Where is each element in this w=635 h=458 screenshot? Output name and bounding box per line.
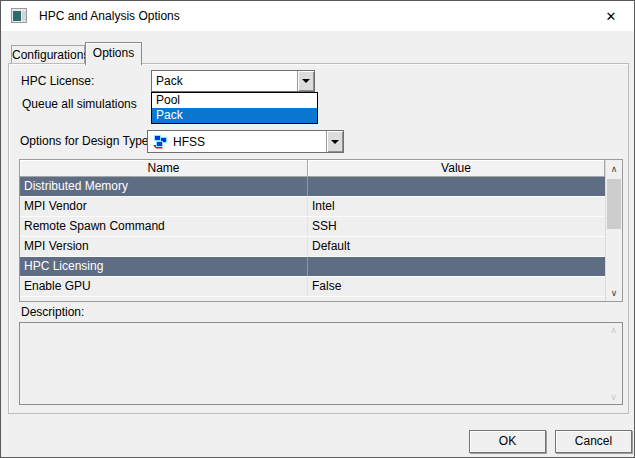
app-icon — [11, 8, 27, 23]
description-label: Description: — [21, 305, 84, 319]
row-value-cell[interactable]: False — [308, 277, 605, 296]
row-name-cell[interactable]: MPI Vendor — [20, 197, 308, 216]
window-title: HPC and Analysis Options — [39, 9, 180, 23]
row-value-cell[interactable]: SSH — [308, 217, 605, 236]
tab-options[interactable]: Options — [85, 42, 142, 65]
grid-scrollbar[interactable]: ∧ ∨ — [605, 160, 622, 301]
hfss-icon — [152, 134, 169, 150]
description-box[interactable]: ∧ ∨ — [19, 322, 623, 405]
row-name-cell[interactable]: MPI Version — [20, 237, 308, 256]
app-icon-pane — [22, 11, 26, 21]
options-grid-header: Name Value — [20, 160, 605, 177]
hpc-license-dropdown-button[interactable] — [297, 71, 314, 91]
table-row[interactable]: Distributed Memory — [20, 177, 605, 197]
scroll-down-icon: ∨ — [607, 392, 620, 402]
scrollbar-thumb[interactable] — [607, 179, 621, 229]
close-icon: ✕ — [606, 9, 617, 24]
app-icon-pane — [13, 11, 21, 21]
row-name-cell[interactable]: Distributed Memory — [20, 177, 308, 196]
cancel-button[interactable]: Cancel — [555, 430, 632, 453]
column-header-name[interactable]: Name — [20, 160, 308, 177]
table-row[interactable]: MPI VendorIntel — [20, 197, 605, 217]
tab-configurations[interactable]: Configurations — [11, 45, 85, 64]
table-row[interactable]: HPC Licensing — [20, 257, 605, 277]
design-type-combobox[interactable]: HFSS — [147, 130, 344, 153]
row-name-cell[interactable]: Enable GPU — [20, 277, 308, 296]
design-type-label: Options for Design Type: — [20, 134, 152, 148]
table-row[interactable]: Enable GPUFalse — [20, 277, 605, 297]
row-value-cell[interactable] — [308, 177, 605, 196]
row-name-cell[interactable]: HPC Licensing — [20, 257, 308, 276]
table-row[interactable]: MPI VersionDefault — [20, 237, 605, 257]
scroll-up-button[interactable]: ∧ — [606, 160, 622, 177]
row-value-cell[interactable] — [308, 257, 605, 276]
options-grid: Name Value Distributed MemoryMPI VendorI… — [19, 159, 623, 302]
scroll-down-button[interactable]: ∨ — [606, 284, 622, 301]
scroll-down-icon: ∨ — [611, 288, 618, 298]
chevron-down-icon — [302, 79, 310, 83]
ok-button[interactable]: OK — [469, 430, 546, 453]
table-row[interactable]: Remote Spawn CommandSSH — [20, 217, 605, 237]
close-button[interactable]: ✕ — [588, 1, 634, 31]
column-header-value[interactable]: Value — [308, 160, 605, 177]
design-type-dropdown-button[interactable] — [326, 131, 343, 152]
hpc-license-value: Pack — [152, 71, 297, 91]
hpc-analysis-options-dialog: HPC and Analysis Options ✕ Configuration… — [0, 0, 635, 458]
row-value-cell[interactable]: Intel — [308, 197, 605, 216]
dropdown-option[interactable]: Pool — [152, 93, 317, 108]
row-name-cell[interactable]: Remote Spawn Command — [20, 217, 308, 236]
titlebar: HPC and Analysis Options ✕ — [1, 1, 634, 31]
hpc-license-dropdown-list: PoolPack — [151, 92, 318, 124]
design-type-value: HFSS — [173, 135, 205, 149]
scroll-up-icon: ∧ — [611, 164, 618, 174]
chevron-down-icon — [331, 140, 339, 144]
hpc-license-label: HPC License: — [21, 74, 94, 88]
hpc-license-combobox[interactable]: Pack — [151, 70, 315, 92]
row-value-cell[interactable]: Default — [308, 237, 605, 256]
queue-all-simulations-label: Queue all simulations — [22, 97, 137, 111]
scroll-up-icon: ∧ — [607, 325, 620, 335]
options-grid-rows: Distributed MemoryMPI VendorIntelRemote … — [20, 177, 605, 301]
dropdown-option[interactable]: Pack — [152, 108, 317, 123]
